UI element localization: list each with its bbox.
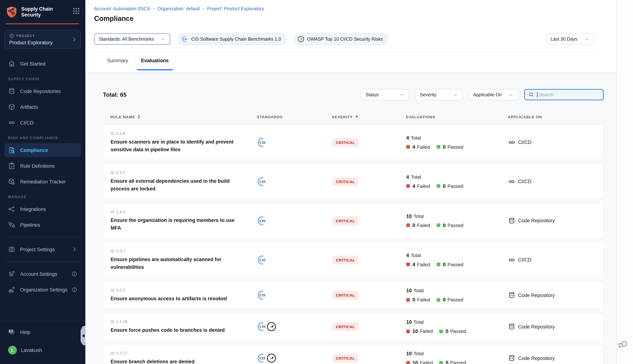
sidebar-item-integrations[interactable]: Integrations <box>4 202 81 216</box>
info-icon[interactable] <box>72 271 77 277</box>
sidebar-item-remediation-tracker[interactable]: Remediation Tracker <box>4 175 81 188</box>
failed-indicator <box>406 361 410 364</box>
gear-icon <box>8 246 16 253</box>
search-input[interactable] <box>538 92 594 98</box>
cis-logo-icon <box>182 36 189 42</box>
date-range-select[interactable]: Last 30 Days <box>546 33 594 45</box>
pipeline-icon <box>8 221 16 228</box>
failed-indicator <box>406 145 410 149</box>
evaluations-content: Total: 65 Status Severity Applicable On <box>85 72 616 364</box>
failed-indicator <box>406 330 410 333</box>
breadcrumb-organization[interactable]: Organization: default <box>158 6 200 11</box>
search-box <box>524 89 604 100</box>
sidebar-divider <box>5 262 80 262</box>
passed-indicator <box>437 262 440 266</box>
rule-id: Id: 2.3.7 <box>111 249 250 253</box>
column-standards: STANDARDS <box>250 114 324 119</box>
chevron-right-icon <box>72 246 77 252</box>
tab-summary[interactable]: Summary <box>106 52 129 69</box>
project-selector[interactable]: PROJECT Product Exploratory <box>4 30 81 49</box>
sort-desc-icon[interactable] <box>355 116 358 118</box>
brand-row: Supply Chain Security <box>0 0 85 19</box>
cis-logo-icon <box>257 176 268 186</box>
sidebar-item-help[interactable]: Help <box>4 325 81 339</box>
table-row[interactable]: Id: 1.1.16 Ensure force pushes code to b… <box>103 313 604 340</box>
info-icon[interactable] <box>72 287 77 292</box>
severity-badge: CRITICAL <box>332 291 359 300</box>
standards-select-value: Standards: All Benchmarks <box>99 36 154 42</box>
sidebar-collapse-handle[interactable] <box>80 326 85 345</box>
column-rule-name: RULE NAME <box>103 114 250 119</box>
status-filter-select[interactable]: Status <box>361 89 409 100</box>
sidebar-item-code-repositories[interactable]: Code Repositories <box>4 84 81 98</box>
chevron-down-icon <box>453 92 458 97</box>
failed-indicator <box>406 298 410 302</box>
breadcrumb-separator: › <box>202 6 204 11</box>
owasp-logo-icon <box>266 353 276 363</box>
severity-filter-label: Severity <box>420 92 436 97</box>
applicable-on-value: CI/CD <box>518 257 532 262</box>
brand-shield-logo-icon <box>6 6 18 19</box>
date-range-value: Last 30 Days <box>550 36 577 42</box>
rule-name: Ensure all external dependencies used in… <box>111 177 246 192</box>
sidebar-item-cicd[interactable]: CI/CD <box>4 116 81 130</box>
sidebar-item-project-settings[interactable]: Project Settings <box>4 242 81 256</box>
brand-name: Supply Chain Security <box>21 6 72 18</box>
brand-divider <box>6 24 79 24</box>
chat-support-icon[interactable] <box>619 340 628 349</box>
sidebar-item-pipelines[interactable]: Pipelines <box>4 218 81 232</box>
document-search-icon <box>8 146 16 154</box>
chevron-down-icon <box>508 92 514 97</box>
table-row[interactable]: Id: 1.1.17 Ensure branch deletions are d… <box>103 344 604 364</box>
cis-logo-icon <box>257 353 268 363</box>
sidebar-item-label: Get Started <box>20 61 46 66</box>
rule-name: Ensure anonymous access to artifacts is … <box>111 295 246 302</box>
help-chat-icon <box>8 328 16 336</box>
sort-icon[interactable] <box>137 114 140 119</box>
sidebar: Supply Chain Security PROJECT Product Ex… <box>0 0 85 364</box>
section-supply-chain: SUPPLY CHAIN <box>8 77 81 81</box>
passed-indicator <box>437 224 440 227</box>
rule-name: Ensure pipelines are automatically scann… <box>111 256 246 271</box>
sidebar-item-label: Integrations <box>20 206 46 212</box>
sidebar-item-label: Remediation Tracker <box>20 179 66 184</box>
avatar: L <box>8 346 17 354</box>
passed-indicator <box>437 145 440 149</box>
sidebar-item-organization-settings[interactable]: Organization Settings <box>4 283 81 296</box>
sidebar-item-get-started[interactable]: Get Started <box>4 57 81 71</box>
table-row[interactable]: Id: 4.2.5 Ensure anonymous access to art… <box>103 281 604 309</box>
table-row[interactable]: Id: 2.3.8 Ensure scanners are in place t… <box>103 124 604 160</box>
table-row[interactable]: Id: 2.3.7 Ensure pipelines are automatic… <box>103 242 604 278</box>
table-row[interactable]: Id: 1.3.5 Ensure the organization is req… <box>103 203 604 238</box>
failed-indicator <box>406 184 410 188</box>
passed-indicator <box>437 184 440 188</box>
home-icon <box>8 60 16 68</box>
applicable-on-value: Code Repository <box>518 324 555 330</box>
passed-indicator <box>440 361 443 364</box>
applicable-on-filter-label: Applicable On <box>473 92 502 97</box>
sidebar-item-label: Code Repositories <box>20 88 61 94</box>
chevron-down-icon <box>160 36 166 42</box>
project-cube-icon <box>9 33 14 38</box>
breadcrumb-account[interactable]: Account: Automation-SSCA <box>94 6 150 11</box>
breadcrumb-project[interactable]: Project: Product Exploratory <box>207 6 264 11</box>
tab-evaluations[interactable]: Evaluations <box>140 52 170 69</box>
chip-owasp-top10[interactable]: OWASP Top 10 CI/CD Security Risks <box>294 33 388 45</box>
applicable-on-value: Code Repository <box>518 292 555 298</box>
rule-name: Ensure force pushes code to branches is … <box>111 326 246 334</box>
app-grid-icon[interactable] <box>72 7 80 15</box>
user-menu[interactable]: L Lavakush <box>4 343 81 357</box>
applicable-on-filter-select[interactable]: Applicable On <box>468 89 518 100</box>
sidebar-item-compliance[interactable]: Compliance <box>4 143 81 157</box>
user-name: Lavakush <box>21 347 42 353</box>
chevron-down-icon <box>399 92 404 97</box>
status-filter-label: Status <box>366 92 378 97</box>
standards-select[interactable]: Standards: All Benchmarks <box>94 33 170 45</box>
table-row[interactable]: Id: 2.4.2 Ensure all external dependenci… <box>103 164 604 199</box>
severity-filter-select[interactable]: Severity <box>415 89 463 100</box>
sidebar-item-rule-definitions[interactable]: Rule Definitions <box>4 159 81 173</box>
chip-cis-benchmark[interactable]: CIS Software Supply Chain Benchmarks 1.0 <box>178 33 286 45</box>
sidebar-item-artifacts[interactable]: Artifacts <box>4 100 81 114</box>
sidebar-item-account-settings[interactable]: Account Settings <box>4 267 81 281</box>
sidebar-item-label: Project Settings <box>20 247 55 252</box>
